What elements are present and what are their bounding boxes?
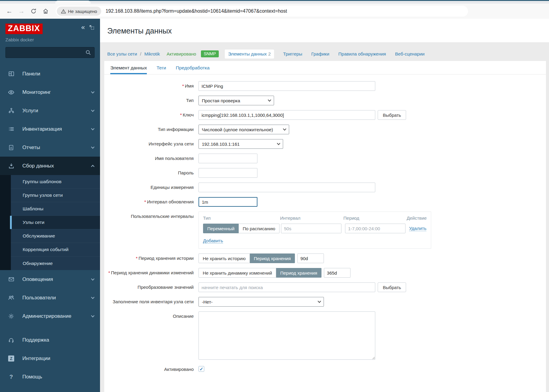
password-label: Пароль [104,168,199,175]
period-input[interactable] [345,224,405,233]
valuemap-select-button[interactable]: Выбрать [378,282,406,292]
sidebar-item-hosts[interactable]: Узлы сети [11,216,100,229]
chevron-down-icon [91,90,94,93]
sidebar-item-help[interactable]: ? Помощь [0,368,100,386]
key-input[interactable] [199,110,375,120]
interface-select-value: 192.168.103.1:161 [202,142,240,147]
security-chip[interactable]: Не защищено [57,7,101,16]
breadcrumb-link-all-hosts[interactable]: Все узлы сети [107,51,137,56]
browser-tab[interactable] [55,1,91,4]
url-text[interactable]: 192.168.103.88/items.php?form=update&hos… [105,8,287,14]
sidebar-item-templates[interactable]: Шаблоны [11,202,100,216]
tab-triggers[interactable]: Триггеры [283,51,302,56]
type-select[interactable]: Простая проверка [199,96,274,105]
monitoring-icon [7,89,15,96]
sidebar-search[interactable] [5,47,95,58]
sidebar-item-administration[interactable]: Администрирование [0,307,100,325]
interface-select[interactable]: 192.168.103.1:161 [199,139,283,149]
username-input[interactable] [199,154,257,163]
sidebar-item-event-correlation[interactable]: Корреляция событий [11,243,100,257]
tab-items[interactable]: Элементы данных2 [225,49,274,59]
trends-label: *Период хранения динамики изменений [104,268,199,275]
refresh-icon[interactable] [28,6,39,16]
main-content: Элементы данных Все узлы сети / Mikrotik… [100,19,549,392]
sidebar-item-dashboards[interactable]: Панели [0,65,100,83]
required-asterisk: * [180,112,182,117]
name-label: *Имя [104,81,199,88]
search-input[interactable] [9,50,85,55]
sidebar-item-services[interactable]: Услуги [0,101,100,120]
sidebar-item-monitoring[interactable]: Мониторинг [0,83,100,101]
chevron-down-icon [91,277,94,280]
type-select-value: Простая проверка [202,98,240,103]
zabbix-logo[interactable]: ZABBIX [5,24,43,34]
sidebar-item-label: Пользователи [22,295,56,301]
history-value-input[interactable] [297,253,324,263]
menu-divider-gap [0,325,100,331]
valuemap-input[interactable] [199,282,375,292]
breadcrumb-link-host[interactable]: Mikrotik [144,51,160,56]
sidebar-item-data-collection[interactable]: Сбор данных [0,157,100,175]
trends-storage-option[interactable]: Период хранения [276,268,321,278]
sidebar: ZABBIX « Zabbix docker П [0,19,100,392]
add-interval-link[interactable]: Добавить [203,238,223,244]
address-bar[interactable]: Не защищено 192.168.103.88/items.php?for… [56,6,468,17]
back-icon[interactable]: ← [4,6,15,16]
search-icon [85,49,91,56]
sidebar-item-template-groups[interactable]: Группы шаблонов [11,175,100,189]
sidebar-item-support[interactable]: Поддержка [0,331,100,349]
sidebar-item-maintenance[interactable]: Обслуживание [11,229,100,243]
sidebar-menu: Панели Мониторинг Услуги [0,65,100,386]
inventory-select[interactable]: -Нет- [199,297,324,307]
history-label: *Период хранения истории [104,253,199,261]
sidebar-item-reports[interactable]: Отчеты [0,138,100,157]
trends-value-input[interactable] [324,268,350,278]
info-type-select[interactable]: Числовой (целое положительное) [199,125,289,134]
sidebar-item-host-groups[interactable]: Группы узлов сети [11,189,100,202]
sidebar-item-integrations[interactable]: Z Интеграции [0,349,100,368]
submenu-label: Узлы сети [23,220,44,225]
tab-web-scenarios[interactable]: Веб-сценарии [395,51,425,56]
key-select-button[interactable]: Выбрать [378,110,406,120]
remove-interval-link[interactable]: Удалить [409,226,426,231]
sidebar-item-label: Интеграции [22,355,50,362]
units-input[interactable] [199,183,375,192]
sidebar-item-users[interactable]: Пользователи [0,288,100,307]
interval-type-scheduling[interactable]: По расписанию [239,224,279,233]
name-input[interactable] [199,81,375,91]
tab-discovery-rules[interactable]: Правила обнаружения [338,51,386,56]
inventory-icon [7,126,15,132]
tab-tags[interactable]: Теги [157,65,166,74]
custom-intervals-label: Пользовательские интервалы [104,212,199,219]
description-textarea[interactable] [199,311,375,360]
interval-type-flexible[interactable]: Переменный [203,224,239,233]
chevron-down-icon [283,127,286,130]
history-storage-option[interactable]: Период хранения [250,253,295,263]
sidebar-item-discovery[interactable]: Обнаружение [11,257,100,270]
trends-off-option[interactable]: Не хранить динамику изменений [199,268,276,278]
server-name: Zabbix docker [0,34,100,42]
home-icon[interactable] [40,6,51,16]
host-status-label: Активировано [166,51,196,56]
interface-label: Интерфейс узла сети [104,139,199,146]
tab-preprocessing[interactable]: Предобработка [176,65,210,74]
enabled-checkbox[interactable] [199,366,204,372]
password-input[interactable] [199,168,257,178]
tab-graphs[interactable]: Графики [311,51,329,56]
update-interval-input[interactable] [199,197,257,207]
expand-icon[interactable] [89,25,95,30]
submenu-label: Шаблоны [23,206,44,212]
info-type-select-value: Числовой (целое положительное) [202,127,273,132]
tab-item[interactable]: Элемент данных [110,65,147,74]
security-label: Не защищено [68,9,97,14]
forward-icon[interactable]: → [16,6,27,16]
custom-interval-row: Переменный По расписанию Удалить [203,224,427,233]
chevron-up-icon [91,165,94,168]
interval-input[interactable] [281,224,341,233]
sidebar-collapse-icon[interactable]: « [81,25,85,30]
chevron-down-icon [318,299,321,303]
description-label: Описание [104,311,199,319]
history-off-option[interactable]: Не хранить историю [199,253,250,263]
sidebar-item-alerts[interactable]: Оповещения [0,270,100,288]
sidebar-item-inventory[interactable]: Инвентаризация [0,120,100,138]
